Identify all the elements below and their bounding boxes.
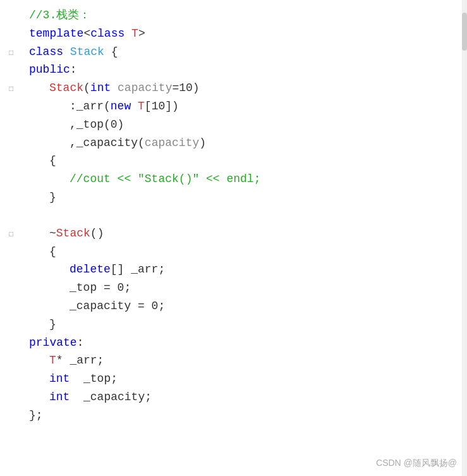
scrollbar-thumb[interactable]: [462, 13, 467, 51]
code-line: template<class T>: [6, 25, 467, 43]
code-token: :: [77, 334, 84, 352]
code-line: delete[] _arr;: [6, 260, 467, 279]
code-token: ): [199, 134, 206, 152]
code-token: :: [70, 61, 77, 79]
code-token: * _arr;: [56, 351, 104, 370]
collapse-marker: [9, 265, 18, 277]
collapse-marker: [9, 102, 18, 114]
collapse-marker[interactable]: □: [9, 47, 18, 59]
code-token: }: [49, 188, 56, 207]
code-token: [63, 43, 70, 61]
code-line: };: [6, 406, 467, 425]
code-token: {: [104, 43, 118, 61]
collapse-marker: [9, 338, 18, 350]
collapse-marker: [9, 138, 18, 150]
code-token: int: [49, 388, 70, 406]
code-token: Stack: [70, 43, 104, 61]
collapse-marker: [9, 356, 18, 368]
code-token: (): [90, 224, 104, 243]
code-line: _capacity = 0;: [6, 297, 467, 315]
code-line: [6, 207, 467, 224]
code-line: :_arr(new T[10]): [6, 97, 467, 116]
code-token: class: [29, 43, 63, 61]
code-token: class: [90, 25, 124, 43]
collapse-marker: [9, 207, 18, 219]
code-line: ,_top(0): [6, 116, 467, 134]
code-token: (: [83, 79, 90, 97]
code-token: int: [49, 370, 70, 388]
code-line: {: [6, 243, 467, 261]
code-token: Stack: [56, 224, 90, 243]
code-line: □~Stack(): [6, 224, 467, 243]
code-token: Stack: [49, 79, 83, 97]
collapse-marker: [9, 120, 18, 132]
code-token: public: [29, 61, 70, 79]
code-token: capacity: [145, 134, 199, 152]
code-line: ,_capacity(capacity): [6, 134, 467, 152]
code-token: T: [138, 97, 145, 116]
code-token: =10): [172, 79, 199, 97]
code-token: [] _arr;: [111, 260, 165, 279]
code-editor: //3.栈类： template<class T>□class Stack { …: [0, 0, 467, 476]
code-token: [131, 97, 138, 116]
code-content: //3.栈类： template<class T>□class Stack { …: [6, 6, 467, 425]
code-token: _capacity = 0;: [70, 297, 165, 315]
code-token: _capacity;: [70, 388, 152, 406]
code-token: [111, 79, 118, 97]
collapse-marker[interactable]: □: [9, 83, 18, 95]
watermark: CSDN @随风飘扬@: [376, 456, 457, 470]
code-token: };: [29, 406, 43, 425]
code-token: ,_top(0): [70, 116, 124, 134]
code-line: //3.栈类：: [6, 6, 467, 25]
code-line: {: [6, 152, 467, 170]
code-line: int _top;: [6, 370, 467, 388]
code-token: T: [49, 351, 56, 370]
code-line: int _capacity;: [6, 388, 467, 406]
collapse-marker: [9, 65, 18, 77]
collapse-marker: [9, 393, 18, 405]
code-token: _top = 0;: [70, 279, 131, 297]
code-token: int: [90, 79, 111, 97]
code-token: >: [138, 25, 145, 43]
scrollbar[interactable]: [462, 0, 467, 476]
collapse-marker[interactable]: □: [9, 229, 18, 241]
collapse-marker: [9, 411, 18, 423]
collapse-marker: [9, 193, 18, 205]
code-line: private:: [6, 334, 467, 352]
code-token: [10]): [145, 97, 179, 116]
code-line: □Stack(int capacity=10): [6, 79, 467, 97]
code-token: _top;: [70, 370, 118, 388]
code-line: □class Stack {: [6, 43, 467, 61]
code-token: {: [49, 243, 56, 261]
code-token: :_arr(: [70, 97, 111, 116]
code-token: [124, 25, 131, 43]
collapse-marker: [9, 29, 18, 41]
code-token: }: [49, 315, 56, 334]
code-token: ~: [49, 224, 56, 243]
code-line: }: [6, 188, 467, 207]
collapse-marker: [9, 302, 18, 314]
code-token: ,_capacity(: [70, 134, 145, 152]
collapse-marker: [9, 320, 18, 332]
code-token: {: [49, 152, 56, 170]
code-line: public:: [6, 61, 467, 79]
code-token: <: [83, 25, 90, 43]
collapse-marker: [9, 174, 18, 186]
code-line: T* _arr;: [6, 351, 467, 370]
collapse-marker: [9, 156, 18, 168]
code-token: private: [29, 334, 77, 352]
code-token: new: [111, 97, 131, 116]
collapse-marker: [9, 283, 18, 295]
code-token: delete: [70, 260, 111, 279]
collapse-marker: [9, 11, 18, 23]
code-token: T: [131, 25, 138, 43]
collapse-marker: [9, 374, 18, 386]
code-line: //cout << "Stack()" << endl;: [6, 170, 467, 188]
code-line: _top = 0;: [6, 279, 467, 297]
code-token: //cout << "Stack()" << endl;: [70, 170, 260, 188]
code-line: }: [6, 315, 467, 334]
code-token: capacity: [118, 79, 172, 97]
collapse-marker: [9, 247, 18, 259]
code-token: template: [29, 25, 83, 43]
code-token: //3.栈类：: [29, 6, 90, 25]
